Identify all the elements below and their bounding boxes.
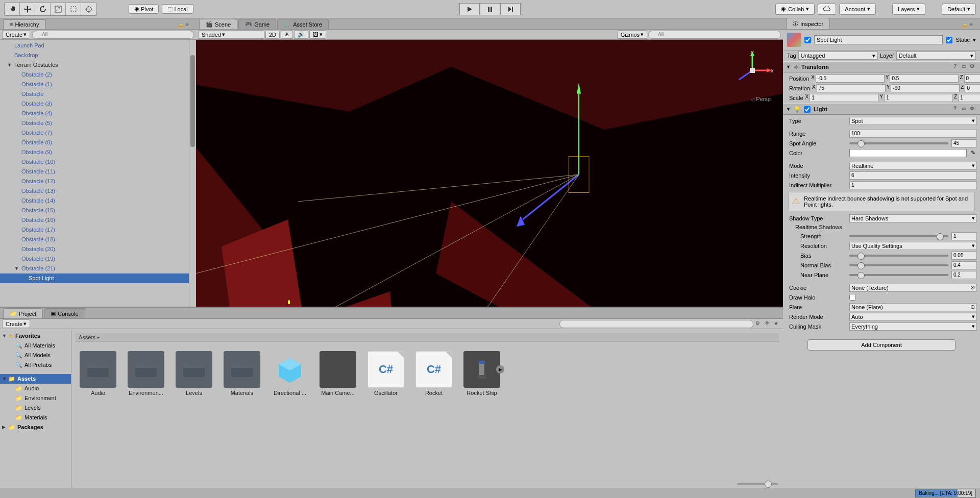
hierarchy-item[interactable]: Obstacle (20) [0,244,196,254]
asset-subfolder[interactable]: 📁Levels [0,403,71,413]
asset-subfolder[interactable]: 📁Audio [0,384,71,393]
audio-toggle[interactable]: 🔊 [294,30,308,39]
project-search-input[interactable] [559,320,753,328]
hierarchy-item[interactable]: Obstacle (11) [0,167,196,177]
gameobject-name-input[interactable] [814,35,943,44]
inspector-menu-icon[interactable]: ≡ [970,22,977,29]
hierarchy-item[interactable]: Obstacle (19) [0,254,196,264]
pos-z-input[interactable] [964,74,980,83]
asset-subfolder[interactable]: 📁Environment [0,393,71,403]
culling-mask-dropdown[interactable]: Everything▾ [849,322,977,331]
add-component-button[interactable]: Add Component [807,339,955,351]
orientation-gizmo[interactable]: y x [732,50,773,91]
bias-input[interactable] [951,252,977,260]
hierarchy-item[interactable]: ▼Terrain Obstacles [0,60,196,70]
hierarchy-item[interactable]: Obstacle (9) [0,147,196,157]
shading-dropdown[interactable]: Shaded▾ [198,30,264,39]
strength-input[interactable] [951,232,977,240]
spot-angle-slider[interactable] [849,142,948,144]
eyedropper-icon[interactable]: ✎ [969,149,977,157]
asset-store-tab[interactable]: 🛒Asset Store [277,19,329,29]
asset-subfolder[interactable]: 📁Materials [0,413,71,422]
layout-dropdown[interactable]: Default▾ [942,4,976,15]
filter-icon[interactable]: ⚙ [755,320,763,328]
hierarchy-item[interactable]: Obstacle (17) [0,225,196,235]
hierarchy-item[interactable]: Obstacle (3) [0,99,196,109]
hierarchy-item[interactable]: Backdrop [0,51,196,60]
unified-tool[interactable] [81,3,96,15]
fav-item[interactable]: 🔍All Models [0,351,71,360]
hierarchy-item[interactable]: Obstacle [0,89,196,99]
hierarchy-create-dropdown[interactable]: Create▾ [2,30,30,39]
project-create-dropdown[interactable]: Create▾ [2,319,30,328]
hierarchy-tab[interactable]: ≡Hierarchy [3,19,46,29]
cloud-button[interactable] [818,4,836,15]
collab-dropdown[interactable]: ◉Collab▾ [775,4,815,15]
asset-item[interactable]: Environmen... [128,351,164,396]
strength-slider[interactable] [849,235,948,237]
normal-bias-slider[interactable] [849,264,948,266]
static-checkbox[interactable] [946,37,952,43]
grid-size-slider[interactable] [737,483,778,485]
intensity-input[interactable] [849,171,977,180]
hierarchy-item[interactable]: Obstacle (15) [0,206,196,215]
hierarchy-item[interactable]: Obstacle (18) [0,235,196,244]
pos-y-input[interactable] [890,74,959,83]
scale-y-input[interactable] [884,94,953,102]
hierarchy-item[interactable]: Obstacle (14) [0,196,196,206]
static-dropdown-icon[interactable]: ▾ [973,37,976,43]
asset-item[interactable]: C#Oscillator [368,351,404,396]
rotate-tool[interactable] [35,3,51,15]
gear-icon[interactable]: ⚙ [970,106,977,113]
hierarchy-item[interactable]: Obstacle (7) [0,128,196,138]
gameobject-active-checkbox[interactable] [804,37,811,43]
pos-x-input[interactable] [816,74,885,83]
game-tab[interactable]: 🎮Game [238,19,276,29]
hierarchy-item[interactable]: Obstacle (13) [0,186,196,196]
hierarchy-item[interactable]: Obstacle (10) [0,157,196,167]
hierarchy-item[interactable]: Obstacle (8) [0,138,196,147]
project-tree[interactable]: ▼★Favorites 🔍All Materials 🔍All Models 🔍… [0,329,71,488]
color-field[interactable] [849,149,967,157]
light-type-dropdown[interactable]: Spot▾ [849,117,977,125]
layer-dropdown[interactable]: Default▾ [896,52,976,60]
assets-folder[interactable]: ▼📁Assets [0,374,71,384]
hierarchy-item[interactable]: Spot Light [0,273,196,283]
light-header[interactable]: ▼💡Light ?▭⚙ [783,104,980,115]
lighting-toggle[interactable]: ☀ [281,30,293,39]
pause-button[interactable] [480,3,500,15]
console-tab[interactable]: ▣Console [44,308,85,318]
bias-slider[interactable] [849,255,948,257]
gear-icon[interactable]: ⚙ [970,63,977,70]
panel-lock-icon[interactable]: 🔒 [178,22,185,29]
favorites-folder[interactable]: ▼★Favorites [0,331,71,341]
hierarchy-item[interactable]: Obstacle (16) [0,215,196,225]
rot-y-input[interactable] [891,84,960,92]
render-mode-dropdown[interactable]: Auto▾ [849,313,977,321]
play-button[interactable] [459,3,480,15]
shadow-type-dropdown[interactable]: Hard Shadows▾ [849,214,977,222]
asset-item[interactable]: Materials [224,351,260,396]
mode-dropdown[interactable]: Realtime▾ [849,162,977,170]
hierarchy-item[interactable]: Obstacle (2) [0,70,196,80]
move-tool[interactable] [20,3,35,15]
help-icon[interactable]: ? [953,63,961,70]
panel-menu-icon[interactable]: ≡ [186,22,193,29]
rect-tool[interactable] [66,3,81,15]
fav-item[interactable]: 🔍All Materials [0,341,71,351]
asset-item[interactable]: C#Rocket [415,351,452,396]
draw-halo-checkbox[interactable] [849,294,856,301]
hand-tool[interactable] [5,3,20,15]
presets-icon[interactable]: ▭ [962,106,969,113]
hierarchy-search-input[interactable] [32,31,194,39]
pivot-toggle[interactable]: ◉ Pivot [129,4,159,14]
hierarchy-item[interactable]: Obstacle (1) [0,80,196,89]
breadcrumb[interactable]: Assets▸ [76,333,779,342]
resolution-dropdown[interactable]: Use Quality Settings▾ [849,242,977,250]
presets-icon[interactable]: ▭ [962,63,969,70]
local-toggle[interactable]: ⬚ Local [162,4,193,14]
flare-field[interactable]: None (Flare)⊙ [849,303,977,311]
tag-dropdown[interactable]: Untagged▾ [798,52,878,60]
asset-item[interactable]: Directional ... [272,351,308,396]
near-slider[interactable] [849,274,948,276]
